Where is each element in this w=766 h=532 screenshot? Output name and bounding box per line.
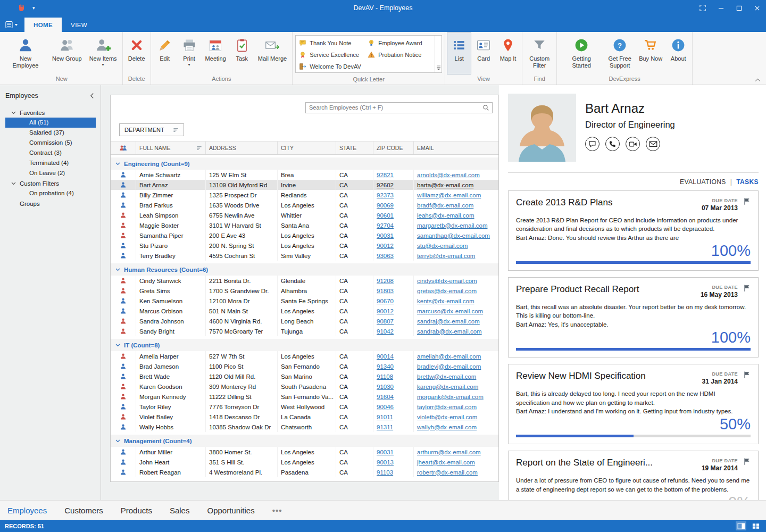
zip-link[interactable]: 90031 (377, 449, 394, 455)
sidebar-item-salaried-37[interactable]: Salaried (37) (5, 128, 96, 138)
zip-link[interactable]: 90046 (377, 404, 394, 410)
email-link[interactable]: gretas@dx-email.com (417, 288, 477, 294)
email-link[interactable]: violetb@dx-email.com (417, 414, 477, 420)
employee-row-violet-bailey[interactable]: Violet Bailey1418 Descanso DrLa CanadaCA… (111, 412, 498, 422)
employee-row-marcus-orbison[interactable]: Marcus Orbison501 N Main StLos AngelesCA… (111, 306, 498, 316)
email-link[interactable]: wallyh@dx-email.com (417, 424, 477, 430)
chat-button[interactable] (585, 137, 600, 151)
welcome-to-devav-button[interactable]: Welcome To DevAV (297, 61, 366, 72)
sidebar-collapse-button[interactable] (90, 93, 94, 99)
employee-row-maggie-boxter[interactable]: Maggie Boxter3101 W Harvard StSanta AnaC… (111, 220, 498, 230)
employee-row-terry-bradley[interactable]: Terry Bradley4595 Cochran StSimi ValleyC… (111, 251, 498, 261)
column-header-full-name[interactable]: FULL NAME (136, 142, 206, 154)
column-header-zip-code[interactable]: ZIP CODE (373, 142, 414, 154)
zip-link[interactable]: 90807 (377, 318, 394, 325)
people-column-header[interactable] (111, 142, 136, 154)
zip-link[interactable]: 91103 (377, 469, 393, 476)
sidebar-section-groups[interactable]: Groups (0, 198, 101, 209)
zip-link[interactable]: 92821 (377, 172, 394, 178)
ribbon-tab-home[interactable]: HOME (24, 18, 62, 32)
fullscreen-button[interactable] (694, 0, 712, 16)
meeting-button[interactable]: Meeting (202, 32, 230, 74)
zip-link[interactable]: 91011 (377, 414, 393, 420)
zip-link[interactable]: 92602 (377, 182, 394, 188)
email-link[interactable]: stu@dx-email.com (417, 243, 468, 249)
column-header-email[interactable]: EMAIL (414, 142, 498, 154)
column-header-address[interactable]: ADDRESS (206, 142, 278, 154)
employee-row-robert-reagan[interactable]: Robert Reagan4 Westmoreland Pl.PasadenaC… (111, 467, 498, 477)
module-tab-products[interactable]: Products (121, 506, 152, 515)
employee-row-samantha-piper[interactable]: Samantha Piper200 E Ave 43Los AngelesCA9… (111, 230, 498, 240)
quick-access-caret-icon[interactable]: ▾ (32, 5, 35, 11)
employee-row-brett-wade[interactable]: Brett Wade1120 Old Mill Rd.San MarinoCA9… (111, 371, 498, 381)
zip-link[interactable]: 92373 (377, 192, 394, 198)
new-group-button[interactable]: New Group (48, 32, 86, 74)
sidebar-item-all-51[interactable]: All (51) (5, 118, 96, 128)
probation-notice-button[interactable]: Probation Notice (366, 49, 435, 61)
column-header-city[interactable]: CITY (278, 142, 336, 154)
minimize-button[interactable] (712, 0, 730, 16)
email-link[interactable]: brettw@dx-email.com (417, 373, 476, 380)
gallery-dropdown-button[interactable] (435, 36, 442, 72)
employee-row-sandy-bright[interactable]: Sandy Bright7570 McGroarty TerTujungaCA9… (111, 326, 498, 336)
employee-row-ken-samuelson[interactable]: Ken Samuelson12100 Mora DrSanta Fe Sprin… (111, 296, 498, 306)
email-link[interactable]: terryb@dx-email.com (417, 253, 475, 259)
email-link[interactable]: ameliah@dx-email.com (417, 353, 481, 360)
employee-row-arthur-miller[interactable]: Arthur Miller3800 Homer St.Los AngelesCA… (111, 447, 498, 457)
get-free-support-button[interactable]: ?Get Free Support (604, 32, 635, 74)
employee-row-cindy-stanwick[interactable]: Cindy Stanwick2211 Bonita Dr.GlendaleCA9… (111, 276, 498, 286)
module-tab-sales[interactable]: Sales (170, 506, 190, 515)
email-link[interactable]: cindys@dx-email.com (417, 278, 477, 284)
sidebar-section-custom-filters[interactable]: Custom Filters (0, 178, 101, 188)
module-tab-customers[interactable]: Customers (64, 506, 103, 515)
new-employee-button[interactable]: New Employee (3, 32, 48, 74)
tab-evaluations[interactable]: EVALUATIONS (680, 178, 726, 186)
zip-link[interactable]: 90012 (377, 243, 394, 249)
group-by-department-button[interactable]: DEPARTMENT (119, 123, 184, 136)
email-button[interactable] (646, 137, 660, 151)
email-link[interactable]: marcuso@dx-email.com (417, 308, 483, 314)
zip-link[interactable]: 93063 (377, 253, 394, 259)
zip-link[interactable]: 91604 (377, 394, 394, 400)
getting-started-button[interactable]: Getting Started (559, 32, 604, 74)
search-input[interactable] (306, 104, 482, 111)
email-link[interactable]: samanthap@dx-email.com (417, 232, 490, 239)
employee-row-karen-goodson[interactable]: Karen Goodson309 Monterey RdSouth Pasade… (111, 381, 498, 392)
new-items-button[interactable]: New Items▾ (86, 32, 121, 74)
sidebar-item-commission-5[interactable]: Commission (5) (5, 138, 96, 148)
zip-link[interactable]: 90670 (377, 298, 394, 304)
custom-filter-button[interactable]: Custom Filter (524, 32, 555, 74)
group-row-engineering-count-9[interactable]: Engineering (Count=9) (111, 157, 498, 170)
employee-row-wally-hobbs[interactable]: Wally Hobbs10385 Shadow Oak DrChatsworth… (111, 422, 498, 432)
column-header-state[interactable]: STATE (336, 142, 373, 154)
module-tab-employees[interactable]: Employees (7, 506, 47, 515)
email-link[interactable]: margaretb@dx-email.com (417, 222, 487, 229)
close-button[interactable] (748, 0, 766, 16)
zip-link[interactable]: 91108 (377, 373, 393, 380)
sidebar-item-on-leave-2[interactable]: On Leave (2) (5, 168, 96, 178)
employee-row-stu-pizaro[interactable]: Stu Pizaro200 N. Spring StLos AngelesCA9… (111, 240, 498, 251)
employee-row-morgan-kennedy[interactable]: Morgan Kennedy11222 Dilling StSan Fernan… (111, 392, 498, 402)
employee-row-taylor-riley[interactable]: Taylor Riley7776 Torreyson DrWest Hollyw… (111, 402, 498, 412)
task-card[interactable]: Review New HDMI SpecificationDUE DATE31 … (508, 364, 759, 444)
email-link[interactable]: morgank@dx-email.com (417, 394, 484, 400)
email-link[interactable]: jheart@dx-email.com (417, 459, 475, 466)
employee-row-arnie-schwartz[interactable]: Arnie Schwartz125 W Elm StBreaCA92821arn… (111, 170, 498, 180)
sidebar-section-favorites[interactable]: Favorites (0, 107, 101, 118)
ribbon-tab-view[interactable]: VIEW (62, 18, 96, 32)
employee-row-bart-arnaz[interactable]: Bart Arnaz13109 Old Myford RdIrvineCA926… (111, 180, 498, 190)
employee-row-greta-sims[interactable]: Greta Sims1700 S Grandview Dr.AlhambraCA… (111, 286, 498, 296)
module-tab-opportunities[interactable]: Opportunities (207, 506, 254, 515)
task-card[interactable]: Prepare Product Recall ReportDUE DATE16 … (508, 277, 759, 358)
service-excellence-button[interactable]: Service Excellence (297, 49, 366, 61)
email-link[interactable]: williamz@dx-email.com (417, 192, 481, 198)
zip-link[interactable]: 92704 (377, 222, 394, 229)
card-button[interactable]: Card (471, 32, 496, 74)
task-button[interactable]: Task (230, 32, 254, 74)
email-link[interactable]: kents@dx-email.com (417, 298, 474, 304)
maximize-button[interactable] (730, 0, 748, 16)
email-link[interactable]: arnolds@dx-email.com (417, 172, 480, 178)
delete-button[interactable]: Delete (124, 32, 149, 74)
email-link[interactable]: kareng@dx-email.com (417, 384, 478, 390)
tab-tasks[interactable]: TASKS (736, 178, 759, 186)
